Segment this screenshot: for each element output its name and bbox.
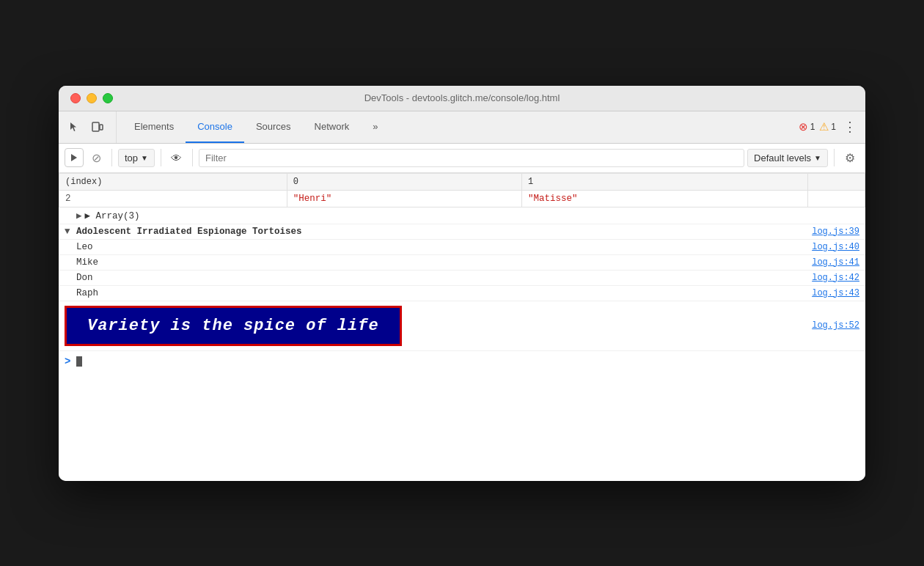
warning-badge: ⚠ 1	[819, 120, 836, 133]
maximize-button[interactable]	[103, 93, 113, 103]
settings-gear-icon[interactable]: ⚙	[840, 148, 859, 167]
cell-col0: "Henri"	[287, 190, 521, 207]
log-row-leo: Leo log.js:40	[59, 240, 865, 255]
warning-icon: ⚠	[819, 120, 829, 133]
device-icon[interactable]	[88, 117, 107, 136]
console-input-row[interactable]: >	[59, 351, 865, 372]
cell-empty	[807, 190, 865, 207]
tab-sources[interactable]: Sources	[244, 111, 303, 143]
toolbar-left: ⊘	[65, 148, 106, 167]
table-data-row: 2 "Henri" "Matisse"	[59, 190, 865, 207]
divider-2	[161, 149, 161, 166]
eye-icon[interactable]: 👁	[167, 148, 186, 167]
cursor-icon[interactable]	[65, 117, 84, 136]
log-link-raph[interactable]: log.js:43	[800, 288, 859, 298]
svg-rect-1	[100, 125, 103, 130]
col-0-header: 0	[287, 173, 521, 190]
log-text-adolescent: Adolescent Irradiated Espionage Tortoise…	[76, 227, 800, 237]
run-script-icon[interactable]	[65, 148, 84, 167]
cell-index: 2	[59, 190, 287, 207]
chevron-down-icon: ▼	[141, 154, 148, 162]
log-link-leo[interactable]: log.js:40	[800, 242, 859, 252]
filter-input[interactable]	[199, 149, 744, 167]
array-label: ▶ Array(3)	[85, 210, 140, 221]
log-row-adolescent: ▼ Adolescent Irradiated Espionage Tortoi…	[59, 224, 865, 240]
log-link-mike[interactable]: log.js:41	[800, 257, 859, 268]
tab-bar-icons	[65, 111, 117, 143]
console-toolbar: ⊘ top ▼ 👁 Default levels ▼ ⚙	[59, 144, 865, 173]
log-text-don: Don	[76, 273, 800, 283]
variety-link[interactable]: log.js:52	[800, 320, 859, 331]
traffic-lights	[70, 93, 113, 103]
block-icon[interactable]: ⊘	[87, 148, 106, 167]
collapse-icon[interactable]: ▼	[65, 227, 76, 237]
variety-text: Variety is the spice of life	[65, 306, 402, 346]
col-empty-header	[807, 173, 865, 190]
title-bar: DevTools - devtools.glitch.me/console/lo…	[59, 86, 865, 111]
array-row[interactable]: ▶ ▶ Array(3)	[59, 207, 865, 224]
console-table: (index) 0 1 2 "Henri" "Matisse"	[59, 173, 865, 207]
prompt-cursor	[76, 356, 82, 367]
svg-rect-0	[92, 122, 99, 131]
col-1-header: 1	[522, 173, 808, 190]
tab-items: Elements Console Sources Network »	[122, 111, 799, 143]
divider-4	[834, 149, 835, 166]
array-expand-icon[interactable]: ▶	[76, 210, 82, 221]
tab-right-area: ⊗ 1 ⚠ 1 ⋮	[799, 111, 859, 143]
log-text-leo: Leo	[76, 242, 800, 252]
window-title: DevTools - devtools.glitch.me/console/lo…	[364, 92, 560, 103]
context-selector[interactable]: top ▼	[118, 149, 155, 167]
log-row-don: Don log.js:42	[59, 271, 865, 286]
tab-console[interactable]: Console	[186, 111, 244, 143]
log-text-raph: Raph	[76, 288, 800, 298]
log-link-don[interactable]: log.js:42	[800, 273, 859, 283]
tab-elements[interactable]: Elements	[122, 111, 186, 143]
log-row-mike: Mike log.js:41	[59, 255, 865, 271]
minimize-button[interactable]	[87, 93, 97, 103]
devtools-window: DevTools - devtools.glitch.me/console/lo…	[59, 86, 865, 481]
divider-3	[192, 149, 193, 166]
more-menu-button[interactable]: ⋮	[840, 117, 859, 136]
log-text-mike: Mike	[76, 257, 800, 268]
prompt-arrow: >	[65, 356, 70, 367]
error-badge: ⊗ 1	[799, 120, 815, 133]
close-button[interactable]	[70, 93, 81, 103]
svg-marker-2	[71, 154, 77, 161]
levels-selector[interactable]: Default levels ▼	[747, 149, 828, 167]
error-icon: ⊗	[799, 120, 808, 133]
tab-bar: Elements Console Sources Network » ⊗ 1 ⚠	[59, 111, 865, 144]
tab-network[interactable]: Network	[303, 111, 362, 143]
divider-1	[111, 149, 112, 166]
log-row-raph: Raph log.js:43	[59, 286, 865, 301]
cell-col1: "Matisse"	[522, 190, 808, 207]
console-output: (index) 0 1 2 "Henri" "Matisse" ▶ ▶ Arra…	[59, 173, 865, 481]
chevron-down-icon: ▼	[814, 154, 821, 162]
variety-row: Variety is the spice of life log.js:52	[59, 301, 865, 351]
tab-more[interactable]: »	[361, 111, 389, 143]
col-index-header: (index)	[59, 173, 287, 190]
table-header-row: (index) 0 1	[59, 173, 865, 190]
log-link-adolescent[interactable]: log.js:39	[800, 227, 859, 237]
